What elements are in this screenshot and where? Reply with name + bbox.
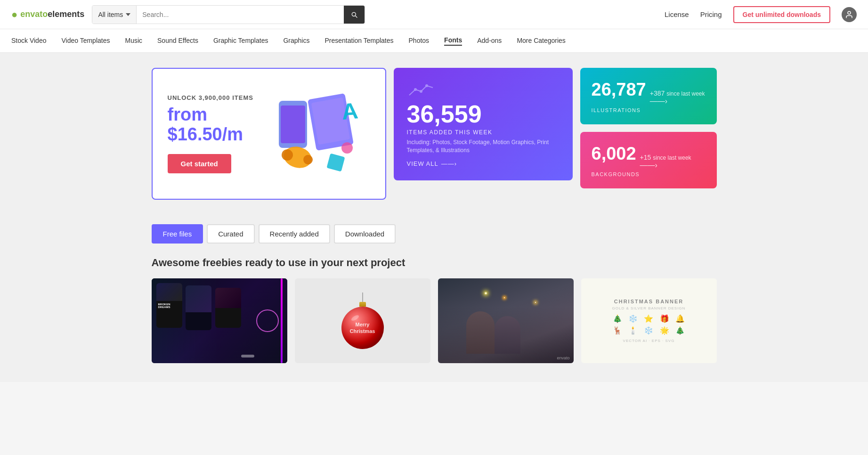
stats-chart-icon: [407, 81, 435, 100]
arrow-icon: ——›: [650, 97, 667, 105]
backgrounds-delta: +15 since last week ——›: [640, 154, 706, 170]
user-avatar-button[interactable]: [842, 7, 857, 22]
header-nav: License Pricing Get unlimited downloads: [665, 6, 857, 23]
hero-section: UNLOCK 3,900,000 ITEMS from $16.50/m Get…: [0, 53, 868, 215]
logo-dot: ●: [11, 8, 17, 21]
tab-recently-added[interactable]: Recently added: [259, 224, 330, 244]
items-added-number: 36,559: [407, 102, 560, 126]
illustrations-number: 26,787 +387 since last week ——›: [592, 80, 706, 106]
search-icon: [350, 11, 358, 18]
backgrounds-label: BACKGROUNDS: [592, 171, 706, 177]
illustrations-label: ILLUSTRATIONS: [592, 107, 706, 113]
stats-icon-area: [407, 81, 560, 102]
nav-video-templates[interactable]: Video Templates: [61, 37, 110, 45]
freebie-card-2[interactable]: MerryChristmas: [295, 278, 430, 363]
license-link[interactable]: License: [665, 10, 689, 18]
svg-point-10: [414, 88, 417, 91]
freebie-thumbnail-1: BROKENDREAMS: [152, 278, 287, 363]
svg-point-9: [341, 142, 353, 154]
stats-main-card: 36,559 ITEMS ADDED THIS WEEK Including: …: [394, 68, 573, 180]
freebie-thumbnail-4: CHRISTMAS BANNER GOLD & SILVER BANNER DE…: [581, 278, 717, 363]
nav-graphics[interactable]: Graphics: [283, 37, 309, 45]
search-input[interactable]: [137, 6, 344, 24]
content-tabs-section: Free files Curated Recently added Downlo…: [0, 215, 868, 244]
backgrounds-card[interactable]: 6,002 +15 since last week ——› BACKGROUND…: [580, 132, 717, 188]
nav-graphic-templates[interactable]: Graphic Templates: [213, 37, 268, 45]
items-added-label: ITEMS ADDED THIS WEEK: [407, 129, 560, 136]
promo-illustration: A: [255, 73, 378, 194]
pricing-link[interactable]: Pricing: [700, 10, 722, 18]
freebies-title: Awesome freebies ready to use in your ne…: [152, 257, 717, 269]
user-icon: [845, 10, 853, 19]
category-nav: Stock Video Video Templates Music Sound …: [0, 29, 868, 53]
tab-curated[interactable]: Curated: [207, 224, 254, 244]
search-category-dropdown[interactable]: All items: [92, 6, 137, 24]
svg-rect-8: [326, 153, 345, 171]
search-container: All items: [92, 5, 365, 24]
nav-photos[interactable]: Photos: [409, 37, 430, 45]
freebie-card-4[interactable]: CHRISTMAS BANNER GOLD & SILVER BANNER DE…: [581, 278, 717, 363]
logo-text: envatoelements: [20, 9, 84, 19]
freebie-thumbnail-3: envato: [438, 278, 574, 363]
nav-fonts[interactable]: Fonts: [444, 36, 462, 46]
logo[interactable]: ● envatoelements: [11, 8, 84, 21]
nav-more-categories[interactable]: More Categories: [517, 37, 566, 45]
freebies-section: Awesome freebies ready to use in your ne…: [0, 244, 868, 382]
svg-text:A: A: [341, 98, 359, 124]
get-started-button[interactable]: Get started: [168, 154, 231, 173]
promo-card: UNLOCK 3,900,000 ITEMS from $16.50/m Get…: [152, 68, 386, 200]
illustrations-delta: +387 since last week ——›: [650, 89, 706, 106]
nav-sound-effects[interactable]: Sound Effects: [157, 37, 198, 45]
nav-music[interactable]: Music: [125, 37, 142, 45]
tabs-container: Free files Curated Recently added Downlo…: [152, 224, 717, 244]
items-added-sublabel: Including: Photos, Stock Footage, Motion…: [407, 138, 560, 154]
illustrations-card[interactable]: 26,787 +387 since last week ——› ILLUSTRA…: [580, 68, 717, 124]
nav-stock-video[interactable]: Stock Video: [11, 37, 46, 45]
christmas-banner-label: CHRISTMAS BANNER: [614, 299, 684, 304]
arrow-icon: ——›: [640, 161, 657, 169]
header: ● envatoelements All items License Prici…: [0, 0, 868, 29]
backgrounds-number: 6,002 +15 since last week ——›: [592, 144, 706, 170]
hero-illustration-svg: A: [260, 82, 373, 186]
get-unlimited-button[interactable]: Get unlimited downloads: [733, 6, 830, 23]
nav-presentation-templates[interactable]: Presentation Templates: [324, 37, 393, 45]
view-all-link[interactable]: VIEW ALL ——›: [407, 160, 560, 167]
freebies-grid: BROKENDREAMS: [152, 278, 717, 363]
svg-point-11: [420, 90, 422, 93]
svg-rect-1: [281, 106, 305, 143]
tab-downloaded[interactable]: Downloaded: [334, 224, 396, 244]
nav-addons[interactable]: Add-ons: [477, 37, 502, 45]
freebie-thumbnail-2: MerryChristmas: [295, 278, 430, 363]
svg-point-12: [425, 84, 428, 87]
arrow-right-icon: ——›: [441, 160, 457, 167]
chevron-down-icon: [126, 12, 130, 17]
tab-free-files[interactable]: Free files: [152, 224, 203, 244]
freebie-card-3[interactable]: envato: [438, 278, 574, 363]
small-stats-cards: 26,787 +387 since last week ——› ILLUSTRA…: [580, 68, 717, 188]
freebie-card-1[interactable]: BROKENDREAMS: [152, 278, 287, 363]
search-button[interactable]: [344, 6, 365, 24]
